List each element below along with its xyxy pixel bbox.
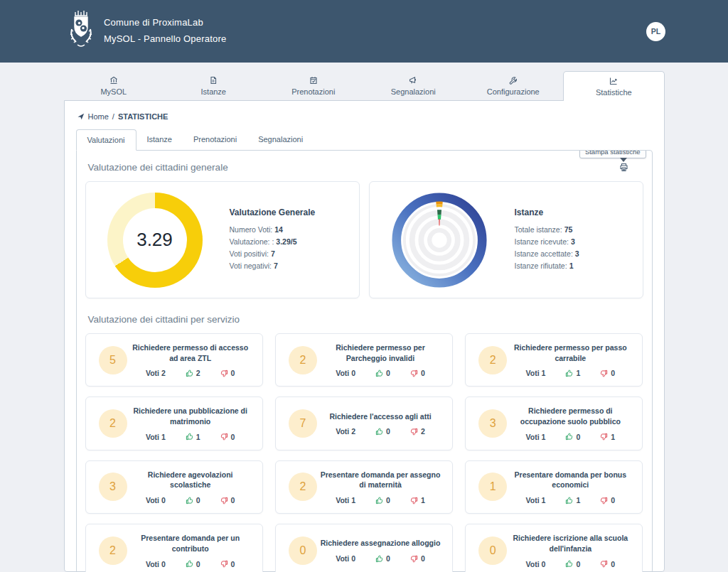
thumb-up-icon	[186, 369, 193, 377]
service-card: 5 Richiedere permesso di accesso ad area…	[85, 333, 263, 387]
thumb-down-icon	[220, 369, 228, 377]
service-upvotes: 0	[186, 560, 200, 568]
breadcrumb-current: STATISTICHE	[118, 112, 168, 121]
stat-row: Istanze accettate:3	[515, 248, 579, 260]
stat-row: Voti negativi:7	[230, 260, 316, 272]
service-score-badge: 7	[289, 409, 317, 438]
breadcrumb: Home / STATISTICHE	[77, 112, 653, 121]
service-score-badge: 3	[99, 473, 127, 501]
service-card: 2 Richiedere permesso per passo carrabil…	[465, 333, 643, 387]
service-upvotes: 0	[565, 433, 580, 441]
service-score-badge: 2	[478, 346, 507, 374]
section-title-general: Valutazione dei cittadini generale	[88, 162, 643, 173]
service-name: Richiedere permesso di occupazione suolo…	[510, 406, 631, 426]
thumb-down-icon	[220, 497, 228, 504]
thumb-up-icon	[186, 560, 193, 568]
stat-row: Totale istanze:75	[515, 224, 579, 236]
service-votes-total: Voti 2	[336, 427, 355, 436]
service-name: Richiedere assegnazione alloggio	[320, 538, 441, 549]
service-downvotes: 0	[600, 560, 615, 568]
service-name: Richiedere permesso di accesso ad area Z…	[130, 342, 251, 363]
service-name: Presentare domanda per assegno di matern…	[320, 470, 441, 490]
navigation-arrow-icon	[77, 113, 85, 120]
service-card: 2 Presentare domanda per assegno di mate…	[275, 460, 453, 514]
tooltip-caret	[620, 158, 627, 162]
service-score-badge: 1	[478, 473, 507, 501]
service-upvotes: 0	[375, 427, 390, 436]
service-downvotes: 0	[600, 369, 615, 377]
subtab-prenotazioni[interactable]: Prenotazioni	[183, 129, 247, 150]
rating-donut-chart: 3.29	[107, 193, 203, 288]
app-title: MySOL - Pannello Operatore	[104, 31, 226, 48]
user-avatar[interactable]: PL	[646, 22, 665, 41]
service-name: Richiedere agevolazioni scolastiche	[130, 470, 251, 490]
main-nav-tabs: MySOL Istanze Prenotazioni Segnalazioni …	[64, 71, 665, 100]
print-statistics-button[interactable]	[619, 162, 628, 175]
service-card: 3 Richiedere permesso di occupazione suo…	[465, 396, 643, 450]
service-card: 7 Richiedere l'accesso agli atti Voti 2 …	[275, 396, 453, 450]
subtab-segnalazioni[interactable]: Segnalazioni	[247, 129, 314, 150]
statistics-subtabs: Valutazioni Istanze Prenotazioni Segnala…	[76, 129, 653, 150]
service-downvotes: 1	[410, 496, 425, 504]
thumb-down-icon	[410, 555, 418, 563]
service-card: 0 Richiedere assegnazione alloggio Voti …	[275, 524, 453, 572]
thumb-down-icon	[600, 497, 608, 504]
service-score-badge: 3	[478, 409, 507, 438]
service-score-badge: 0	[478, 536, 507, 565]
breadcrumb-home[interactable]: Home	[88, 112, 109, 121]
thumb-up-icon	[375, 428, 383, 436]
service-downvotes: 0	[220, 369, 235, 377]
section-title-per-service: Valutazione dei cittadini per servizio	[88, 314, 643, 325]
istanze-polar-chart	[391, 192, 488, 288]
subtab-valutazioni[interactable]: Valutazioni	[76, 129, 136, 151]
service-votes-total: Voti 1	[526, 433, 546, 441]
stat-row: Valutazione: :3.29/5	[230, 236, 316, 248]
thumb-down-icon	[220, 560, 228, 568]
service-downvotes: 2	[410, 427, 425, 436]
thumb-down-icon	[220, 433, 228, 441]
service-upvotes: 1	[565, 369, 580, 377]
service-name: Richiedere permesso per Parcheggio inval…	[320, 342, 441, 363]
service-card: 2 Presentare domanda per un contributo V…	[85, 524, 263, 572]
tab-mysol[interactable]: MySOL	[64, 71, 164, 100]
general-charts-row: 3.29 Valutazione Generale Numero Voti:14…	[85, 181, 643, 298]
thumb-up-icon	[565, 433, 573, 441]
tab-configurazione[interactable]: Configurazione	[464, 71, 564, 100]
service-upvotes: 0	[375, 369, 390, 377]
stat-row: Numero Voti:14	[230, 224, 316, 236]
service-name: Richiedere permesso per passo carrabile	[510, 342, 631, 363]
rating-chart-card: 3.29 Valutazione Generale Numero Voti:14…	[85, 181, 360, 298]
service-score-badge: 2	[99, 536, 127, 565]
service-votes-total: Voti 0	[146, 496, 166, 504]
service-name: Richiedere l'accesso agli atti	[320, 411, 441, 422]
calendar-icon	[309, 76, 318, 85]
thumb-down-icon	[600, 369, 608, 377]
service-name: Richiedere iscrizione alla scuola dell'i…	[510, 533, 631, 554]
tab-istanze[interactable]: Istanze	[164, 71, 264, 100]
service-upvotes: 0	[375, 554, 390, 563]
service-downvotes: 0	[220, 433, 235, 441]
app-header: Comune di ProximaLab MySOL - Pannello Op…	[0, 0, 728, 63]
stat-row: Voti positivi:7	[230, 248, 316, 260]
service-upvotes: 2	[186, 369, 200, 377]
istanze-chart-card: Istanze Totale istanze:75 Istanze ricevu…	[369, 181, 643, 298]
thumb-up-icon	[375, 555, 383, 563]
tab-prenotazioni[interactable]: Prenotazioni	[264, 71, 364, 100]
service-upvotes: 0	[186, 496, 200, 504]
thumb-down-icon	[410, 428, 418, 436]
service-upvotes: 0	[565, 560, 580, 568]
thumb-down-icon	[410, 369, 418, 377]
main-content: MySOL Istanze Prenotazioni Segnalazioni …	[64, 71, 665, 572]
service-votes-total: Voti 0	[526, 560, 546, 568]
service-card: 0 Richiedere iscrizione alla scuola dell…	[465, 524, 643, 572]
tab-segnalazioni[interactable]: Segnalazioni	[363, 71, 464, 100]
stat-row: Istanze ricevute:3	[515, 236, 579, 248]
subtab-istanze[interactable]: Istanze	[136, 129, 183, 150]
breadcrumb-separator: /	[112, 112, 114, 121]
service-name: Presentare domanda per bonus economici	[510, 470, 631, 490]
tab-statistiche[interactable]: Statistiche	[563, 71, 665, 101]
bank-icon	[109, 76, 118, 85]
valutazioni-tab-content: Stampa statistiche Valutazione dei citta…	[76, 150, 653, 572]
thumb-up-icon	[565, 560, 573, 568]
service-votes-total: Voti 1	[526, 496, 546, 504]
